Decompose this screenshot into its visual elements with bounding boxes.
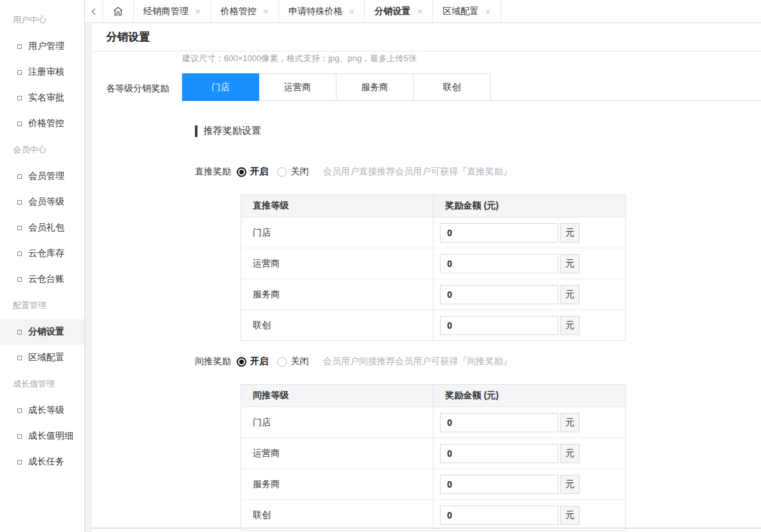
table-row: 服务商 元 <box>241 279 625 310</box>
sidebar-item-user-management[interactable]: 用户管理 <box>0 33 84 59</box>
indirect-reward-radio-on[interactable]: 开启 <box>237 356 268 367</box>
sidebar-item-label: 成长值明细 <box>28 430 73 442</box>
sidebar-item-label: 会员礼包 <box>28 222 64 234</box>
sidebar-item-growth-detail[interactable]: 成长值明细 <box>0 423 84 449</box>
unit-addon: 元 <box>560 316 580 335</box>
radio-unchecked-icon <box>277 167 287 177</box>
sidebar-section-growth: 成长值管理 <box>0 371 84 398</box>
level-tab-operator[interactable]: 运营商 <box>259 73 336 101</box>
amount-input[interactable] <box>440 506 558 525</box>
close-icon[interactable]: × <box>195 6 201 16</box>
square-bullet-icon <box>17 356 22 360</box>
direct-reward-hint: 会员用户直接推荐会员用户可获得『直推奖励』 <box>323 166 512 178</box>
sidebar-item-member-management[interactable]: 会员管理 <box>0 163 84 189</box>
sidebar-item-member-level[interactable]: 会员等级 <box>0 189 84 215</box>
page-header: 分销设置 <box>92 23 761 51</box>
sidebar-item-realname-review[interactable]: 实名审批 <box>0 85 84 111</box>
square-bullet-icon <box>17 200 22 205</box>
square-bullet-icon <box>17 277 22 282</box>
square-bullet-icon <box>17 122 22 126</box>
square-bullet-icon <box>17 252 22 256</box>
table-header-row: 直推等级 奖励金额 (元) <box>241 195 625 217</box>
unit-addon: 元 <box>560 444 580 463</box>
home-icon <box>113 6 124 17</box>
level-cell: 联创 <box>241 310 434 340</box>
sidebar-section-config: 配置管理 <box>0 292 84 319</box>
radio-label: 开启 <box>250 356 268 367</box>
indirect-reward-radio-off[interactable]: 关闭 <box>277 356 309 367</box>
radio-checked-icon <box>237 357 246 367</box>
square-bullet-icon <box>17 330 22 335</box>
sidebar-item-register-review[interactable]: 注册审核 <box>0 59 84 85</box>
square-bullet-icon <box>17 460 22 464</box>
sidebar-item-member-gift[interactable]: 会员礼包 <box>0 215 84 241</box>
sidebar-item-label: 用户管理 <box>28 41 64 52</box>
horizontal-scrollbar[interactable] <box>92 527 761 529</box>
section-bar-icon <box>195 125 197 137</box>
home-button[interactable] <box>103 0 134 23</box>
sidebar-item-label: 成长任务 <box>28 456 64 468</box>
sidebar-item-label: 分销设置 <box>28 326 64 338</box>
sidebar-item-region-config[interactable]: 区域配置 <box>0 345 84 371</box>
level-tab-lianchuang[interactable]: 联创 <box>414 73 491 101</box>
main-content: 分销设置 建议尺寸：600×1000像素，格式支持：jpg、png，最多上传5张… <box>92 23 761 532</box>
direct-reward-radio-off[interactable]: 关闭 <box>277 166 309 178</box>
col-header-amount: 奖励金额 (元) <box>434 385 625 407</box>
level-cell: 门店 <box>241 217 434 248</box>
tab-dealer-management[interactable]: 经销商管理 × <box>134 0 211 23</box>
tab-label: 分销设置 <box>374 6 410 17</box>
close-icon[interactable]: × <box>349 6 355 16</box>
sidebar-item-label: 价格管控 <box>28 118 64 129</box>
amount-input[interactable] <box>440 223 558 243</box>
table-row: 门店 元 <box>241 217 625 248</box>
sidebar-item-label: 注册审核 <box>28 66 64 78</box>
sidebar-item-growth-level[interactable]: 成长等级 <box>0 398 84 423</box>
direct-reward-radio-on[interactable]: 开启 <box>237 166 268 178</box>
level-tabs-label: 各等级分销奖励 <box>106 83 169 95</box>
level-tabs: 门店 运营商 服务商 联创 <box>182 73 491 101</box>
tab-price-control[interactable]: 价格管控 × <box>211 0 279 23</box>
table-header-row: 间推等级 奖励金额 (元) <box>241 385 625 407</box>
sidebar-item-warehouse-stock[interactable]: 云仓库存 <box>0 241 84 266</box>
amount-input[interactable] <box>440 316 558 335</box>
tab-special-price[interactable]: 申请特殊价格 × <box>279 0 365 23</box>
close-icon[interactable]: × <box>417 6 423 16</box>
sidebar-item-growth-task[interactable]: 成长任务 <box>0 449 84 475</box>
square-bullet-icon <box>17 44 22 49</box>
unit-addon: 元 <box>560 285 580 304</box>
sidebar-item-price-control[interactable]: 价格管控 <box>0 111 84 136</box>
tab-label: 申请特殊价格 <box>289 6 343 17</box>
back-button[interactable] <box>85 0 103 23</box>
tab-label: 区域配置 <box>443 6 479 17</box>
close-icon[interactable]: × <box>263 6 269 16</box>
sidebar-item-label: 成长等级 <box>28 405 64 416</box>
section-title-row: 推荐奖励设置 <box>195 125 261 137</box>
level-tab-store[interactable]: 门店 <box>182 73 259 101</box>
tab-label: 价格管控 <box>221 6 257 17</box>
sidebar-item-label: 云仓台账 <box>28 273 64 285</box>
tab-label: 经销商管理 <box>143 6 188 17</box>
top-tabbar: 经销商管理 × 价格管控 × 申请特殊价格 × 分销设置 × 区域配置 × <box>85 0 761 23</box>
unit-addon: 元 <box>560 254 580 273</box>
level-cell: 联创 <box>241 500 434 530</box>
square-bullet-icon <box>17 70 22 75</box>
amount-input[interactable] <box>440 413 558 432</box>
level-cell: 门店 <box>241 407 434 437</box>
col-header-level: 间推等级 <box>241 385 434 407</box>
amount-input[interactable] <box>440 254 558 273</box>
table-row: 运营商 元 <box>241 438 625 469</box>
tab-distribution-settings[interactable]: 分销设置 × <box>365 0 433 23</box>
close-icon[interactable]: × <box>485 6 491 16</box>
table-row: 联创 元 <box>241 500 625 530</box>
direct-reward-table: 直推等级 奖励金额 (元) 门店 元 运营商 元 服务商 元 联创 元 <box>241 194 626 341</box>
indirect-reward-hint: 会员用户间接推荐会员用户可获得『间推奖励』 <box>323 356 512 367</box>
tab-region-config[interactable]: 区域配置 × <box>433 0 501 23</box>
amount-input[interactable] <box>440 285 558 304</box>
col-header-level: 直推等级 <box>241 195 434 217</box>
level-tab-service-provider[interactable]: 服务商 <box>336 73 414 101</box>
amount-input[interactable] <box>440 444 558 463</box>
sidebar-item-distribution-settings[interactable]: 分销设置 <box>0 319 84 345</box>
amount-input[interactable] <box>440 475 558 494</box>
sidebar-scrollbar-track[interactable] <box>85 24 92 532</box>
sidebar-item-warehouse-ledger[interactable]: 云仓台账 <box>0 266 84 292</box>
